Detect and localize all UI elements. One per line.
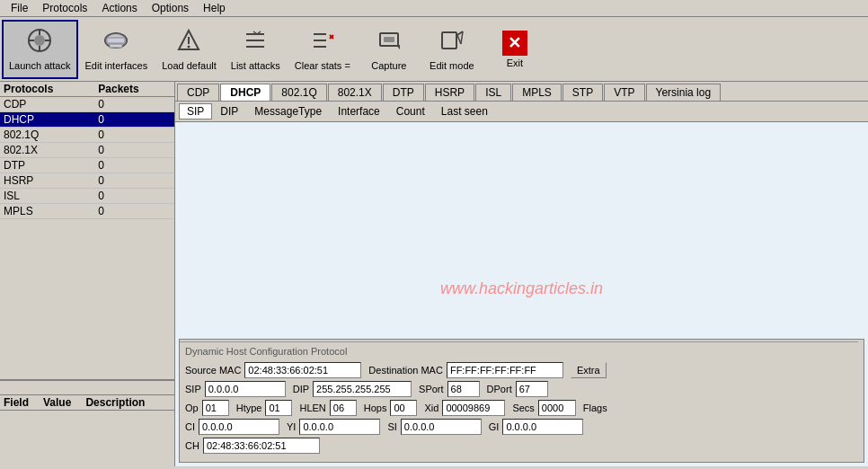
- sip-field[interactable]: [205, 381, 286, 397]
- ch-field[interactable]: [203, 438, 320, 454]
- capture-button[interactable]: Capture: [358, 20, 421, 79]
- table-row[interactable]: HSRP0: [0, 173, 174, 189]
- table-row[interactable]: 802.1X0: [0, 143, 174, 158]
- svg-line-28: [457, 35, 461, 44]
- secs-field[interactable]: [538, 400, 576, 416]
- svg-rect-24: [384, 37, 394, 42]
- menu-actions[interactable]: Actions: [94, 1, 144, 15]
- dhcp-row-addr: CI YI SI GI: [185, 419, 858, 435]
- xid-field[interactable]: [442, 400, 505, 416]
- edit-mode-button[interactable]: Edit mode: [421, 20, 483, 79]
- capture-label: Capture: [371, 60, 406, 71]
- proto-tab-cdp[interactable]: CDP: [177, 84, 219, 101]
- proto-tab-802-1x[interactable]: 802.1X: [328, 84, 382, 101]
- horizontal-scrollbar[interactable]: [0, 380, 174, 394]
- protocol-cell: 802.1Q: [0, 128, 94, 143]
- packets-cell: 0: [94, 128, 174, 143]
- xid-label: Xid: [424, 403, 438, 413]
- sub-tab-sip[interactable]: SIP: [179, 103, 212, 119]
- clear-stats-button[interactable]: Clear stats =: [288, 20, 358, 79]
- edit-interfaces-button[interactable]: Edit interfaces: [78, 20, 155, 79]
- gi-label: GI: [489, 421, 500, 432]
- col-protocols: Protocols: [0, 82, 94, 97]
- clear-stats-icon: [310, 28, 335, 58]
- capture-icon: [376, 28, 402, 58]
- sub-tab-count[interactable]: Count: [388, 103, 433, 119]
- extra-button[interactable]: Extra: [571, 362, 607, 378]
- proto-tab-dtp[interactable]: DTP: [383, 84, 424, 101]
- yi-label: YI: [287, 421, 296, 432]
- protocol-tabs: CDPDHCP802.1Q802.1XDTPHSRPISLMPLSSTPVTPY…: [175, 82, 868, 102]
- dhcp-row-op: Op Htype HLEN Hops Xid Secs Flags: [185, 400, 858, 416]
- gi-field[interactable]: [502, 419, 583, 435]
- dest-mac-field[interactable]: [447, 362, 563, 378]
- yi-field[interactable]: [299, 419, 380, 435]
- edit-mode-icon: [439, 28, 465, 58]
- sub-tab-messagetype[interactable]: MessageType: [246, 103, 330, 119]
- sub-tabs: SIPDIPMessageTypeInterfaceCountLast seen: [175, 102, 868, 122]
- svg-rect-8: [107, 38, 125, 43]
- protocol-cell: DTP: [0, 158, 94, 173]
- content-area: www.hackingarticles.in Dynamic Host Conf…: [175, 122, 868, 466]
- menu-options[interactable]: Options: [145, 1, 196, 15]
- proto-tab-vtp[interactable]: VTP: [604, 84, 644, 101]
- table-row[interactable]: DHCP0: [0, 112, 174, 128]
- packets-cell: 0: [94, 97, 174, 112]
- menu-protocols[interactable]: Protocols: [35, 1, 94, 15]
- packets-cell: 0: [94, 173, 174, 189]
- sip-label: SIP: [185, 384, 201, 394]
- proto-tab-mpls[interactable]: MPLS: [512, 84, 562, 101]
- proto-tab-yersinia log[interactable]: Yersinia log: [646, 84, 722, 101]
- dip-field[interactable]: [313, 381, 412, 397]
- load-default-label: Load default: [162, 60, 217, 71]
- proto-tab-stp[interactable]: STP: [562, 84, 603, 101]
- main-area: Protocols Packets CDP0DHCP0802.1Q0802.1X…: [0, 82, 868, 466]
- source-mac-label: Source MAC: [185, 365, 241, 376]
- sub-tab-interface[interactable]: Interface: [330, 103, 388, 119]
- protocol-cell: HSRP: [0, 173, 94, 189]
- exit-button[interactable]: ✕ Exit: [483, 20, 546, 79]
- proto-tab-hsrp[interactable]: HSRP: [425, 84, 474, 101]
- hops-label: Hops: [364, 403, 387, 413]
- sub-tab-last seen[interactable]: Last seen: [433, 103, 496, 119]
- source-mac-field[interactable]: [244, 362, 361, 378]
- table-row[interactable]: 802.1Q0: [0, 128, 174, 143]
- menu-file[interactable]: File: [4, 1, 35, 15]
- ci-field[interactable]: [199, 419, 279, 435]
- edit-interfaces-icon: [103, 28, 128, 58]
- list-attacks-button[interactable]: List attacks: [224, 20, 288, 79]
- protocol-cell: DHCP: [0, 112, 94, 128]
- dport-field[interactable]: [516, 381, 548, 397]
- proto-tab-isl[interactable]: ISL: [475, 84, 511, 101]
- load-default-button[interactable]: Load default: [155, 20, 224, 79]
- edit-interfaces-label: Edit interfaces: [85, 60, 148, 71]
- sub-tab-dip[interactable]: DIP: [212, 103, 246, 119]
- table-row[interactable]: MPLS0: [0, 204, 174, 219]
- proto-tab-dhcp[interactable]: DHCP: [220, 84, 270, 101]
- hlen-label: HLEN: [299, 403, 325, 413]
- sport-field[interactable]: [447, 381, 480, 397]
- menubar: File Protocols Actions Options Help: [0, 0, 868, 17]
- launch-attack-button[interactable]: Launch attack: [2, 20, 78, 79]
- hops-field[interactable]: [390, 400, 417, 416]
- svg-rect-26: [442, 32, 456, 49]
- htype-field[interactable]: [265, 400, 292, 416]
- exit-label: Exit: [507, 58, 523, 68]
- hlen-field[interactable]: [330, 400, 357, 416]
- load-default-icon: [176, 28, 201, 58]
- dhcp-row-ch: CH: [185, 438, 858, 454]
- op-field[interactable]: [202, 400, 229, 416]
- dhcp-row-mac: Source MAC Destination MAC Extra: [185, 362, 858, 378]
- sport-label: SPort: [419, 384, 444, 394]
- si-field[interactable]: [401, 419, 482, 435]
- table-row[interactable]: DTP0: [0, 158, 174, 173]
- proto-tab-802-1q[interactable]: 802.1Q: [271, 84, 326, 101]
- secs-label: Secs: [512, 403, 534, 413]
- field-col-value: Value: [43, 396, 71, 409]
- table-row[interactable]: ISL0: [0, 189, 174, 204]
- list-attacks-icon: [243, 28, 268, 58]
- list-attacks-label: List attacks: [231, 60, 280, 71]
- menu-help[interactable]: Help: [196, 1, 233, 15]
- table-row[interactable]: CDP0: [0, 97, 174, 112]
- packets-cell: 0: [94, 158, 174, 173]
